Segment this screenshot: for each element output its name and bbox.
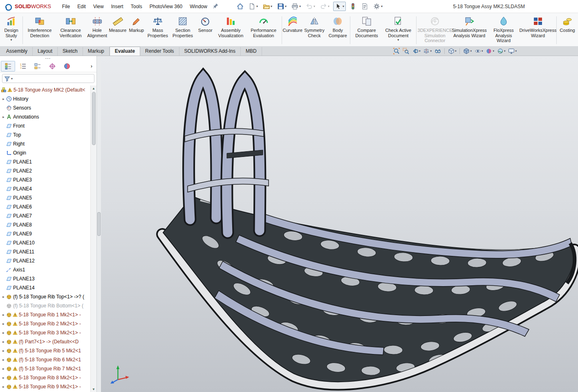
ribbon-mass-properties-button[interactable]: Mass Properties (146, 14, 170, 46)
tree-row[interactable]: Sensors (0, 103, 90, 112)
tab-evaluate[interactable]: Evaluate (110, 47, 140, 56)
view-orientation-button[interactable]: ▾ (447, 47, 457, 55)
expand-arrow-icon[interactable]: ▸ (1, 313, 6, 317)
home-button[interactable] (235, 2, 245, 11)
tree-row[interactable]: (f) 5-18 Tongue Rib Bottom<1> ( (0, 301, 90, 310)
dropdown-caret-icon[interactable]: ▾ (328, 5, 329, 8)
tree-row[interactable]: PLANE14 (0, 283, 90, 292)
tab-mbd[interactable]: MBD (241, 47, 262, 56)
propertymanager-tab[interactable] (16, 61, 30, 72)
dropdown-caret-icon[interactable]: ▾ (470, 49, 472, 53)
menu-view[interactable]: View (90, 2, 108, 11)
tree-row[interactable]: PLANE11 (0, 247, 90, 256)
ribbon-symmetry-check-button[interactable]: Symmetry Check (302, 14, 327, 46)
ribbon-measure-button[interactable]: Measure (108, 14, 127, 46)
tree-row[interactable]: ▸5-18 Tongue Rib 8 Mk2<1> - (0, 373, 90, 382)
dropdown-caret-icon[interactable]: ▾ (314, 5, 315, 8)
save-button[interactable]: ▾ (276, 2, 288, 11)
scroll-down-button[interactable]: ▼ (91, 386, 96, 392)
expand-arrow-icon[interactable]: ▸ (1, 349, 6, 353)
panel-resize-grip[interactable]: ••• (0, 56, 96, 60)
ribbon-curvature-button[interactable]: Curvature (283, 14, 302, 46)
dropdown-caret-icon[interactable]: ▾ (256, 5, 258, 8)
expand-arrow-icon[interactable]: ▸ (1, 367, 6, 371)
tree-row[interactable]: ▸5-18 Tongue Rib 3 Mk2<1> - (0, 328, 90, 337)
ribbon-compare-documents-button[interactable]: Compare Documents (352, 14, 381, 46)
ribbon-costing-button[interactable]: Costing (558, 14, 577, 46)
menu-file[interactable]: File (58, 2, 74, 11)
zoom-area-button[interactable] (402, 47, 410, 55)
tree-row[interactable]: PLANE4 (0, 184, 90, 193)
pin-menu-button[interactable] (213, 3, 219, 10)
dropdown-caret-icon[interactable]: ▾ (430, 49, 432, 53)
dropdown-caret-icon[interactable]: ▾ (455, 49, 457, 53)
scroll-up-button[interactable]: ▲ (91, 85, 96, 91)
ribbon-hole-alignment-button[interactable]: Hole Alignment (86, 14, 108, 46)
tree-row[interactable]: PLANE6 (0, 202, 90, 211)
menu-edit[interactable]: Edit (74, 2, 90, 11)
dropdown-caret-icon[interactable]: ▾ (11, 38, 12, 41)
ribbon-3dexperience-simulation-connector-button[interactable]: 3DEXPERIENCE Simulation Connector (418, 14, 452, 46)
scrollbar-thumb[interactable] (92, 92, 96, 145)
graphics-area[interactable] (101, 56, 578, 392)
new-document-button[interactable]: ▾ (247, 2, 259, 11)
configurationmanager-tab[interactable] (30, 61, 45, 72)
ribbon-check-active-document-button[interactable]: Check Active Document▾ (382, 14, 415, 46)
open-document-button[interactable]: ▾ (262, 2, 273, 11)
tree-row[interactable]: PLANE13 (0, 274, 90, 283)
expand-arrow-icon[interactable]: ▸ (1, 358, 6, 362)
dropdown-caret-icon[interactable]: ▾ (271, 5, 272, 8)
menu-insert[interactable]: Insert (108, 2, 127, 11)
filter-caret-icon[interactable]: ▾ (11, 77, 13, 81)
panel-tabs-expand-button[interactable]: › (87, 63, 96, 69)
section-view-button[interactable]: ▾ (422, 47, 432, 55)
redo-button[interactable]: ▾ (319, 2, 331, 11)
apply-scene-button[interactable]: ▾ (496, 47, 506, 55)
undo-button[interactable]: ▾ (305, 2, 316, 11)
dynamic-annotation-views-button[interactable] (434, 47, 442, 55)
expand-arrow-icon[interactable]: ▸ (1, 295, 6, 299)
ribbon-section-properties-button[interactable]: Section Properties (170, 14, 196, 46)
tree-row[interactable]: PLANE12 (0, 256, 90, 265)
tree-row[interactable]: ▸(f) Part7<1> -> (Default<<D (0, 337, 90, 346)
file-properties-button[interactable] (360, 2, 370, 11)
tree-row[interactable]: ▸(f) 5-18 Tongue Rib Top<1> ->? ( (0, 292, 90, 301)
displaymanager-tab[interactable] (60, 61, 74, 72)
dropdown-caret-icon[interactable]: ▾ (299, 5, 301, 8)
tree-row[interactable]: PLANE3 (0, 175, 90, 184)
select-button[interactable]: ▾ (333, 2, 346, 11)
tab-markup[interactable]: Markup (83, 47, 110, 56)
rebuild-button[interactable] (348, 2, 358, 11)
ribbon-floxpress-analysis-wizard-button[interactable]: FloXpress Analysis Wizard (486, 14, 521, 46)
expand-arrow-icon[interactable]: ▸ (1, 340, 6, 344)
panel-splitter[interactable] (97, 56, 101, 392)
expand-arrow-icon[interactable]: ▸ (1, 97, 6, 101)
tab-assembly[interactable]: Assembly (1, 47, 33, 56)
expand-arrow-icon[interactable]: ▸ (1, 115, 6, 119)
options-button[interactable]: ▾ (372, 2, 384, 11)
dropdown-caret-icon[interactable]: ▾ (419, 49, 421, 53)
ribbon-sensor-button[interactable]: Sensor (196, 14, 215, 46)
hide-show-items-button[interactable]: ▾ (474, 47, 484, 55)
tree-row[interactable]: Right (0, 139, 90, 148)
dropdown-caret-icon[interactable]: ▾ (482, 49, 483, 53)
print-button[interactable]: ▾ (290, 2, 302, 11)
ribbon-design-study-button[interactable]: Design Study▾ (1, 14, 21, 46)
tab-render-tools[interactable]: Render Tools (140, 47, 179, 56)
tree-row[interactable]: PLANE10 (0, 238, 90, 247)
tab-layout[interactable]: Layout (33, 47, 58, 56)
ribbon-clearance-verification-button[interactable]: Clearance Verification (55, 14, 86, 46)
ribbon-assembly-visualization-button[interactable]: Assembly Visualization (215, 14, 247, 46)
tree-row[interactable]: PLANE8 (0, 220, 90, 229)
ribbon-body-compare-button[interactable]: Body Compare (327, 14, 349, 46)
tree-row[interactable]: Front (0, 121, 90, 130)
dropdown-caret-icon[interactable]: ▾ (343, 5, 344, 8)
tree-row[interactable]: ▸5-18 Tongue Rib 1 Mk2<1> - (0, 310, 90, 319)
menu-photoview-360[interactable]: PhotoView 360 (146, 2, 186, 11)
expand-arrow-icon[interactable]: ▸ (1, 322, 6, 326)
tree-row[interactable]: ▸History (0, 94, 90, 103)
tree-row[interactable]: PLANE1 (0, 157, 90, 166)
filter-input[interactable]: ▾ (2, 74, 94, 83)
zoom-to-fit-button[interactable] (392, 47, 401, 55)
featuremanager-tree-tab[interactable] (1, 61, 15, 72)
